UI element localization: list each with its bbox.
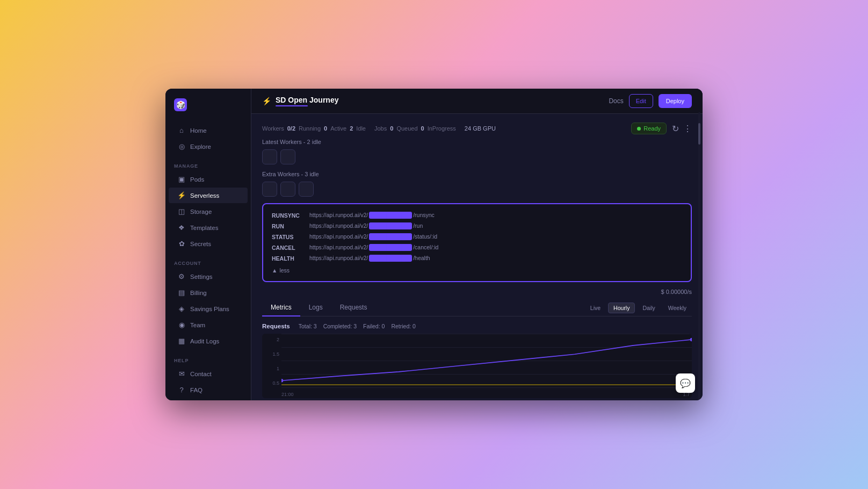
worker-box-1 (262, 149, 277, 164)
stats-right: Ready ↻ ⋮ (631, 123, 692, 134)
audit-icon: ▦ (177, 337, 186, 345)
sidebar-item-secrets[interactable]: ✿ Secrets (169, 236, 248, 251)
retried-stat: Retried: 0 (391, 323, 416, 329)
billing-icon: ▤ (177, 289, 186, 297)
sidebar-item-audit[interactable]: ▦ Audit Logs (169, 333, 248, 349)
sidebar-item-contact[interactable]: ✉ Contact (169, 366, 248, 382)
health-redacted: █████████ (369, 255, 412, 262)
tab-logs[interactable]: Logs (300, 299, 331, 317)
tabs-row: Metrics Logs Requests Live Hourly Daily … (262, 299, 692, 317)
tab-requests[interactable]: Requests (331, 299, 376, 317)
extra-worker-boxes (262, 182, 692, 197)
runsync-row: RUNSYNC https://api.runpod.ai/v2/███████… (272, 212, 682, 219)
time-hourly[interactable]: Hourly (608, 303, 635, 313)
less-toggle[interactable]: ▲ less (272, 267, 682, 274)
run-redacted: █████████ (369, 222, 412, 229)
extra-worker-box-2 (280, 182, 295, 197)
failed-stat: Failed: 0 (363, 323, 385, 329)
extra-workers-label: Extra Workers - 3 idle (262, 171, 692, 177)
explore-icon: ◎ (177, 142, 186, 150)
sidebar-item-serverless[interactable]: ⚡ Serverless (169, 188, 248, 203)
status-label: STATUS (272, 234, 304, 240)
queued-label: Queued (396, 125, 417, 132)
queued-value: 0 (390, 125, 393, 132)
title-container: SD Open Journey (276, 96, 338, 106)
content-area[interactable]: Workers 0/2 Running 0 Active 2 Idle Jobs… (251, 114, 703, 400)
endpoint-icon: ⚡ (262, 97, 271, 105)
title-underline (276, 105, 308, 106)
contact-icon: ✉ (177, 370, 186, 378)
y-label-0-5: 0.5 (262, 380, 281, 386)
ready-dot (637, 127, 641, 131)
action-icons: ↻ ⋮ (672, 124, 692, 134)
home-icon: ⌂ (177, 126, 186, 134)
cost-display: $ 0.00000/s (262, 289, 692, 295)
sidebar: 🎲 ⌂ Home ◎ Explore MANAGE ▣ Pods ⚡ Serve… (165, 89, 251, 400)
account-section-label: ACCOUNT (165, 256, 251, 268)
health-url: https://api.runpod.ai/v2/█████████/healt… (309, 255, 430, 262)
gpu-stat: 24 GB GPU (465, 125, 496, 132)
chart-y-labels: 2 1.5 1 0.5 (262, 334, 281, 398)
inprogress-label: InProgress (428, 125, 456, 132)
svg-point-2 (690, 338, 692, 342)
ready-label: Ready (643, 125, 661, 132)
sidebar-nav-top: ⌂ Home ◎ Explore (165, 120, 251, 157)
time-live[interactable]: Live (585, 303, 606, 313)
tab-metrics[interactable]: Metrics (262, 299, 300, 317)
docs-link[interactable]: Docs (609, 97, 623, 105)
top-bar-right: Docs Edit Deploy (609, 94, 692, 108)
cancel-label: CANCEL (272, 244, 304, 251)
more-icon[interactable]: ⋮ (683, 124, 692, 134)
help-section-label: HELP (165, 354, 251, 365)
settings-icon: ⚙ (177, 272, 186, 281)
manage-section-label: MANAGE (165, 159, 251, 171)
chat-icon: 💬 (680, 378, 691, 389)
time-weekly[interactable]: Weekly (663, 303, 692, 313)
run-url: https://api.runpod.ai/v2/█████████/run (309, 222, 423, 229)
sidebar-item-billing[interactable]: ▤ Billing (169, 285, 248, 300)
runsync-url: https://api.runpod.ai/v2/█████████/runsy… (309, 212, 435, 219)
scrollbar-thumb[interactable] (698, 123, 700, 145)
ready-status: Ready (631, 123, 667, 134)
chevron-up-icon: ▲ (272, 267, 277, 274)
sidebar-item-templates[interactable]: ❖ Templates (169, 220, 248, 235)
worker-box-2 (280, 149, 295, 164)
refresh-icon[interactable]: ↻ (672, 124, 679, 134)
health-row: HEALTH https://api.runpod.ai/v2/████████… (272, 255, 682, 262)
sidebar-item-explore[interactable]: ◎ Explore (169, 139, 248, 154)
sidebar-item-home[interactable]: ⌂ Home (169, 123, 248, 138)
secrets-icon: ✿ (177, 240, 186, 248)
serverless-icon: ⚡ (177, 191, 186, 199)
y-label-1-5: 1.5 (262, 351, 281, 357)
workers-label: Workers (262, 125, 284, 132)
top-bar: ⚡ SD Open Journey Docs Edit Deploy (251, 89, 703, 114)
chat-button[interactable]: 💬 (676, 373, 695, 393)
running-value: 0 (324, 125, 327, 132)
sidebar-manage-section: MANAGE ▣ Pods ⚡ Serverless ◫ Storage ❖ T… (165, 157, 251, 254)
time-controls: Live Hourly Daily Weekly (585, 303, 692, 313)
edit-button[interactable]: Edit (629, 94, 653, 108)
completed-stat: Completed: 3 (323, 323, 357, 329)
deploy-button[interactable]: Deploy (659, 94, 692, 108)
sidebar-item-savings[interactable]: ◈ Savings Plans (169, 301, 248, 317)
sidebar-item-pods[interactable]: ▣ Pods (169, 171, 248, 187)
metrics-header: Requests Total: 3 Completed: 3 Failed: 0… (262, 323, 692, 329)
sidebar-help-section: HELP ✉ Contact ? FAQ ⊞ Remote Access BET… (165, 351, 251, 400)
sidebar-item-settings[interactable]: ⚙ Settings (169, 269, 248, 284)
status-row: STATUS https://api.runpod.ai/v2/████████… (272, 233, 682, 240)
sidebar-item-remote[interactable]: ⊞ Remote Access BETA (169, 398, 248, 400)
pods-icon: ▣ (177, 175, 186, 183)
stats-bar: Workers 0/2 Running 0 Active 2 Idle Jobs… (262, 123, 692, 134)
jobs-stat: Jobs 0 Queued 0 InProgress (374, 125, 456, 132)
time-daily[interactable]: Daily (637, 303, 660, 313)
workers-value: 0/2 (287, 125, 295, 132)
sidebar-item-team[interactable]: ◉ Team (169, 317, 248, 333)
sidebar-item-label: Home (190, 127, 207, 134)
sidebar-item-storage[interactable]: ◫ Storage (169, 204, 248, 219)
metrics-stats: Total: 3 Completed: 3 Failed: 0 Retried:… (299, 323, 416, 329)
sidebar-item-faq[interactable]: ? FAQ (169, 382, 248, 398)
y-label-1: 1 (262, 366, 281, 371)
total-stat: Total: 3 (299, 323, 317, 329)
active-value: 2 (350, 125, 353, 132)
status-url: https://api.runpod.ai/v2/█████████/statu… (309, 233, 437, 240)
